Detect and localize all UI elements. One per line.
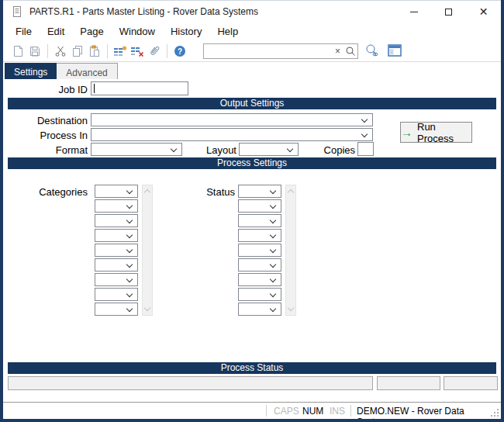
attachment-icon[interactable]	[146, 43, 163, 59]
category-select[interactable]	[95, 229, 138, 242]
chevron-down-icon	[270, 261, 276, 268]
status-select[interactable]	[238, 288, 281, 301]
run-process-button[interactable]: → Run Process	[400, 122, 472, 143]
tab-advanced[interactable]: Advanced	[57, 63, 117, 79]
toolbar: ? ×	[3, 40, 501, 62]
scroll-up-icon[interactable]	[288, 189, 294, 195]
chevron-down-icon	[126, 291, 133, 297]
record-lookup-icon[interactable]	[363, 43, 380, 58]
insert-rows-icon[interactable]	[112, 43, 129, 59]
menu-edit[interactable]: Edit	[40, 23, 72, 40]
category-select[interactable]	[95, 273, 138, 286]
chevron-down-icon	[126, 232, 133, 238]
resize-grip[interactable]	[491, 409, 499, 417]
window-border-top	[0, 0, 504, 1]
status-select[interactable]	[238, 185, 281, 198]
menu-help[interactable]: Help	[209, 23, 246, 40]
status-select[interactable]	[238, 303, 281, 316]
status-select[interactable]	[238, 244, 281, 257]
categories-label: Categories	[0, 186, 88, 198]
layout-select[interactable]	[239, 143, 299, 156]
window-border-left	[0, 0, 3, 422]
status-select[interactable]	[238, 199, 281, 213]
process-in-select[interactable]	[91, 128, 373, 141]
toolbar-separator	[167, 44, 167, 58]
help-icon[interactable]: ?	[171, 43, 188, 59]
format-label: Format	[0, 144, 88, 156]
chevron-down-icon	[270, 276, 276, 282]
close-icon: ✕	[479, 6, 488, 17]
status-label: Status	[147, 186, 235, 198]
app-window: PARTS.R1 - Parts Master Listing - Rover …	[0, 0, 504, 422]
statusbar-separator	[266, 405, 267, 417]
num-indicator: NUM	[302, 406, 323, 417]
new-document-icon[interactable]	[9, 43, 26, 59]
category-select[interactable]	[95, 303, 138, 316]
status-select[interactable]	[238, 229, 281, 242]
toolbar-separator	[107, 44, 108, 58]
job-id-label: Job ID	[0, 84, 88, 95]
maximize-icon	[445, 9, 452, 16]
process-status-field	[8, 376, 373, 390]
destination-label: Destination	[0, 115, 88, 126]
copy-icon[interactable]	[69, 43, 86, 59]
status-select[interactable]	[238, 214, 281, 227]
copies-input[interactable]	[357, 142, 374, 156]
status-select-list	[238, 185, 283, 317]
run-process-label: Run Process	[417, 121, 471, 144]
window-layout-icon[interactable]	[386, 43, 403, 58]
chevron-down-icon	[270, 217, 276, 223]
menu-page[interactable]: Page	[72, 23, 111, 40]
scroll-down-icon[interactable]	[144, 305, 150, 311]
chevron-down-icon	[361, 131, 368, 137]
maximize-button[interactable]	[431, 1, 466, 22]
job-id-input[interactable]	[91, 81, 188, 95]
scroll-down-icon[interactable]	[288, 305, 294, 311]
minimize-button[interactable]	[396, 1, 431, 22]
category-select[interactable]	[95, 185, 138, 198]
destination-select[interactable]	[91, 113, 373, 126]
delete-rows-icon[interactable]	[129, 43, 146, 59]
copies-label: Copies	[306, 144, 355, 156]
chevron-down-icon	[270, 232, 276, 238]
format-select[interactable]	[91, 143, 182, 156]
search-icon[interactable]	[343, 43, 357, 59]
status-select[interactable]	[238, 273, 281, 286]
menu-window[interactable]: Window	[112, 23, 163, 40]
process-in-label: Process In	[0, 130, 88, 141]
category-select[interactable]	[95, 199, 138, 213]
save-icon[interactable]	[26, 43, 43, 59]
close-button[interactable]: ✕	[466, 1, 501, 22]
process-status-field	[444, 376, 498, 390]
process-status-field	[377, 376, 440, 390]
caps-indicator: CAPS	[274, 406, 299, 417]
category-select[interactable]	[95, 244, 138, 257]
minimize-icon	[410, 12, 418, 12]
search-input[interactable]	[204, 45, 332, 57]
tab-strip: Settings Advanced	[3, 63, 501, 79]
menu-file[interactable]: File	[8, 23, 40, 40]
clear-search-icon[interactable]: ×	[332, 46, 343, 57]
toolbar-search-box: ×	[203, 43, 358, 59]
categories-select-list	[95, 185, 140, 317]
svg-text:?: ?	[178, 47, 182, 55]
categories-scrollbar[interactable]	[142, 185, 153, 316]
category-select[interactable]	[95, 288, 138, 301]
layout-label: Layout	[178, 144, 236, 156]
window-border-bottom	[0, 419, 504, 422]
status-bar: CAPS NUM INS DEMO.NEW - Rover Data Syste…	[3, 402, 501, 419]
cut-icon[interactable]	[52, 43, 69, 59]
category-select[interactable]	[95, 214, 138, 227]
paste-icon[interactable]	[86, 43, 103, 59]
title-bar: PARTS.R1 - Parts Master Listing - Rover …	[3, 1, 501, 22]
chevron-down-icon	[361, 116, 368, 123]
text-caret	[94, 84, 95, 93]
chevron-down-icon	[126, 276, 133, 282]
category-select[interactable]	[95, 258, 138, 272]
tab-settings[interactable]: Settings	[5, 63, 57, 79]
menu-history[interactable]: History	[163, 23, 209, 40]
status-scrollbar[interactable]	[285, 185, 296, 316]
status-select[interactable]	[238, 258, 281, 272]
chevron-down-icon	[270, 188, 276, 194]
chevron-down-icon	[270, 291, 276, 297]
